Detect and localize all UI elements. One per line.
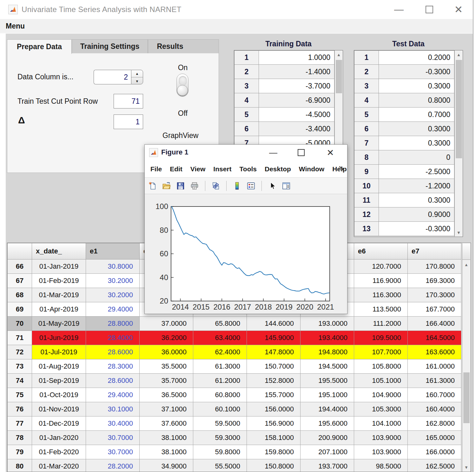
value-cell[interactable]: 163.6000 [408, 345, 461, 359]
value-cell[interactable]: 28.2000 [86, 459, 140, 472]
dock-arrow-icon[interactable]: ↘ [338, 164, 344, 173]
value-cell[interactable]: 164.5000 [408, 331, 461, 345]
maximize-button[interactable] [418, 0, 440, 19]
value-cell[interactable]: 193.7000 [301, 459, 354, 472]
value-cell[interactable]: 200.9000 [301, 431, 354, 445]
value-cell[interactable]: -0.3000 [379, 65, 454, 79]
row-number-cell[interactable]: 77 [7, 416, 32, 431]
value-cell[interactable]: 195.5000 [301, 374, 354, 388]
value-cell[interactable]: 162.5000 [408, 459, 461, 472]
data-column-spinner[interactable]: 2 ▲ ▼ [94, 70, 143, 84]
value-cell[interactable]: 29.4000 [86, 302, 140, 317]
row-number-cell[interactable]: 4 [234, 93, 259, 108]
value-cell[interactable]: 194.8000 [301, 345, 354, 359]
figure-menu-edit[interactable]: Edit [170, 165, 182, 173]
row-number-cell[interactable]: 3 [354, 79, 379, 93]
figure-menu-window[interactable]: Window [299, 165, 324, 173]
tab-training-settings[interactable]: Training Settings [72, 39, 148, 54]
row-number-cell[interactable]: 66 [7, 259, 32, 274]
row-number-cell[interactable]: 69 [7, 302, 32, 317]
value-cell[interactable]: 37.1000 [140, 402, 193, 416]
date-cell[interactable]: 01-Jan-2020 [32, 431, 86, 445]
value-cell[interactable]: 170.3000 [408, 288, 461, 302]
value-cell[interactable]: 194.5000 [301, 359, 354, 374]
value-cell[interactable]: 0.2000 [379, 50, 454, 65]
value-cell[interactable]: 30.7000 [86, 445, 140, 459]
value-cell[interactable]: 116.9000 [354, 274, 408, 288]
value-cell[interactable]: 167.7000 [408, 302, 461, 317]
value-cell[interactable]: 0.3000 [379, 193, 454, 207]
value-cell[interactable]: 166.0000 [408, 445, 461, 459]
cut-point-field[interactable]: 71 [114, 94, 143, 108]
value-cell[interactable]: 61.3000 [193, 359, 247, 374]
value-cell[interactable]: 170.8000 [408, 259, 461, 274]
value-cell[interactable]: 145.9000 [247, 331, 301, 345]
value-cell[interactable]: -1.4000 [259, 65, 334, 79]
figure-menu-insert[interactable]: Insert [213, 165, 231, 173]
scroll-down-icon[interactable]: ▼ [455, 228, 463, 237]
value-cell[interactable]: 36.5000 [140, 388, 193, 402]
spinner-down-icon[interactable]: ▼ [131, 77, 143, 84]
value-cell[interactable]: 162.8000 [408, 416, 461, 431]
test-scrollbar[interactable]: ▲ ▼ [454, 50, 463, 237]
value-cell[interactable]: 160.7000 [408, 388, 461, 402]
value-cell[interactable]: 0.7000 [379, 108, 454, 122]
scroll-up-icon[interactable]: ▲ [455, 50, 463, 59]
row-number-cell[interactable]: 6 [234, 122, 259, 136]
date-cell[interactable]: 01-Nov-2019 [32, 402, 86, 416]
value-cell[interactable]: 104.1000 [354, 416, 408, 431]
date-cell[interactable]: 01-Jan-2019 [32, 259, 86, 274]
value-cell[interactable]: 104.9000 [354, 388, 408, 402]
column-header-rownum[interactable] [7, 243, 32, 259]
row-number-cell[interactable]: 5 [354, 108, 379, 122]
value-cell[interactable]: -3.7000 [259, 79, 334, 93]
row-number-cell[interactable]: 9 [354, 165, 379, 179]
value-cell[interactable]: -1.2000 [379, 179, 454, 193]
value-cell[interactable]: 0.9000 [379, 207, 454, 222]
value-cell[interactable]: 37.0000 [140, 317, 193, 331]
scroll-up-icon[interactable]: ▲ [462, 260, 470, 269]
row-number-cell[interactable]: 68 [7, 288, 32, 302]
value-cell[interactable]: 35.7000 [140, 374, 193, 388]
value-cell[interactable]: 28.3000 [86, 359, 140, 374]
date-cell[interactable]: 01-May-2019 [32, 317, 86, 331]
value-cell[interactable]: 120.7000 [354, 259, 408, 274]
value-cell[interactable]: 30.7000 [86, 431, 140, 445]
value-cell[interactable]: 28.4000 [86, 331, 140, 345]
row-number-cell[interactable]: 70 [7, 317, 32, 331]
value-cell[interactable]: -2.5000 [379, 165, 454, 179]
value-cell[interactable]: 60.8000 [193, 388, 247, 402]
value-cell[interactable]: 193.0000 [301, 317, 354, 331]
column-header-e1[interactable]: e1 [86, 243, 140, 259]
value-cell[interactable]: 105.8000 [354, 359, 408, 374]
value-cell[interactable]: 1.0000 [259, 50, 334, 65]
value-cell[interactable]: 194.4000 [301, 402, 354, 416]
value-cell[interactable]: 207.1000 [301, 445, 354, 459]
value-cell[interactable]: 29.4000 [86, 388, 140, 402]
value-cell[interactable]: 59.8000 [193, 445, 247, 459]
figure-maximize-button[interactable] [294, 145, 308, 161]
value-cell[interactable]: 30.8000 [86, 259, 140, 274]
row-number-cell[interactable]: 3 [234, 79, 259, 93]
tab-results[interactable]: Results [148, 39, 192, 54]
delta-field[interactable]: 1 [114, 115, 143, 129]
scroll-thumb[interactable] [336, 60, 342, 93]
value-cell[interactable]: 160.4000 [408, 402, 461, 416]
date-cell[interactable]: 01-Feb-2019 [32, 274, 86, 288]
value-cell[interactable]: 193.4000 [301, 331, 354, 345]
figure-menu-view[interactable]: View [190, 165, 205, 173]
value-cell[interactable]: 165.0000 [408, 431, 461, 445]
scroll-thumb[interactable] [463, 372, 470, 423]
value-cell[interactable]: 28.6000 [86, 374, 140, 388]
date-cell[interactable]: 01-Oct-2019 [32, 388, 86, 402]
value-cell[interactable]: 0.3000 [379, 79, 454, 93]
value-cell[interactable]: 30.4000 [86, 416, 140, 431]
row-number-cell[interactable]: 75 [7, 388, 32, 402]
value-cell[interactable]: 152.8000 [247, 374, 301, 388]
close-button[interactable]: ✕ [447, 0, 470, 19]
date-cell[interactable]: 01-Jun-2019 [32, 331, 86, 345]
column-header-e6[interactable]: e6 [354, 243, 408, 259]
value-cell[interactable]: 159.8000 [247, 445, 301, 459]
scroll-up-icon[interactable]: ▲ [335, 50, 343, 59]
value-cell[interactable]: 111.2000 [354, 317, 408, 331]
